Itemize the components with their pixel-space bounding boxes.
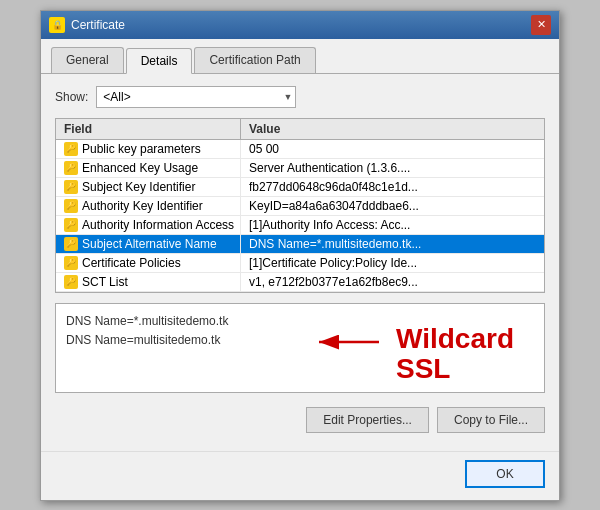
row-icon: 🔑	[64, 161, 78, 175]
copy-to-file-button[interactable]: Copy to File...	[437, 407, 545, 433]
action-buttons: Edit Properties... Copy to File...	[55, 403, 545, 433]
value-cell: fb277dd0648c96da0f48c1e1d...	[241, 178, 544, 196]
value-cell: Server Authentication (1.3.6....	[241, 159, 544, 177]
field-cell: 🔑 Authority Information Access	[56, 216, 241, 234]
field-cell: 🔑 SCT List	[56, 273, 241, 291]
fields-table: Field Value 🔑 Public key parameters 05 0…	[55, 118, 545, 293]
value-cell: v1, e712f2b0377e1a62fb8ec9...	[241, 273, 544, 291]
row-icon: 🔑	[64, 275, 78, 289]
table-row[interactable]: 🔑 Enhanced Key Usage Server Authenticati…	[56, 159, 544, 178]
field-cell: 🔑 Public key parameters	[56, 140, 241, 158]
value-cell: [1]Certificate Policy:Policy Ide...	[241, 254, 544, 272]
table-header: Field Value	[56, 119, 544, 140]
table-row[interactable]: 🔑 Authority Key Identifier KeyID=a84a6a6…	[56, 197, 544, 216]
row-icon: 🔑	[64, 142, 78, 156]
show-select-wrapper[interactable]: <All> Version 1 Fields Only Extensions O…	[96, 86, 296, 108]
tab-general[interactable]: General	[51, 47, 124, 73]
field-cell: 🔑 Authority Key Identifier	[56, 197, 241, 215]
window-title: Certificate	[71, 18, 125, 32]
table-row[interactable]: 🔑 Subject Key Identifier fb277dd0648c96d…	[56, 178, 544, 197]
table-body: 🔑 Public key parameters 05 00 🔑 Enhanced…	[56, 140, 544, 292]
row-icon: 🔑	[64, 199, 78, 213]
field-cell: 🔑 Subject Key Identifier	[56, 178, 241, 196]
row-icon: 🔑	[64, 218, 78, 232]
value-cell: DNS Name=*.multisitedemo.tk...	[241, 235, 544, 253]
title-bar-left: 🔒 Certificate	[49, 17, 125, 33]
title-bar: 🔒 Certificate ✕	[41, 11, 559, 39]
tab-bar: General Details Certification Path	[41, 39, 559, 74]
table-row[interactable]: 🔑 SCT List v1, e712f2b0377e1a62fb8ec9...	[56, 273, 544, 292]
row-icon: 🔑	[64, 237, 78, 251]
show-label: Show:	[55, 90, 88, 104]
main-content: Show: <All> Version 1 Fields Only Extens…	[41, 74, 559, 445]
tab-certification-path[interactable]: Certification Path	[194, 47, 315, 73]
table-row[interactable]: 🔑 Certificate Policies [1]Certificate Po…	[56, 254, 544, 273]
value-cell: KeyID=a84a6a63047dddbae6...	[241, 197, 544, 215]
table-row[interactable]: 🔑 Public key parameters 05 00	[56, 140, 544, 159]
value-cell: [1]Authority Info Access: Acc...	[241, 216, 544, 234]
column-field: Field	[56, 119, 241, 139]
value-cell: 05 00	[241, 140, 544, 158]
edit-properties-button[interactable]: Edit Properties...	[306, 407, 429, 433]
field-cell: 🔑 Enhanced Key Usage	[56, 159, 241, 177]
show-select[interactable]: <All> Version 1 Fields Only Extensions O…	[96, 86, 296, 108]
table-row-selected[interactable]: 🔑 Subject Alternative Name DNS Name=*.mu…	[56, 235, 544, 254]
preview-box: DNS Name=*.multisitedemo.tk DNS Name=mul…	[55, 303, 545, 393]
window-icon: 🔒	[49, 17, 65, 33]
ok-button[interactable]: OK	[465, 460, 545, 488]
show-row: Show: <All> Version 1 Fields Only Extens…	[55, 86, 545, 108]
table-row[interactable]: 🔑 Authority Information Access [1]Author…	[56, 216, 544, 235]
wildcard-label: Wildcard SSL	[396, 324, 514, 386]
field-cell: 🔑 Subject Alternative Name	[56, 235, 241, 253]
column-value: Value	[241, 119, 544, 139]
certificate-dialog: 🔒 Certificate ✕ General Details Certific…	[40, 10, 560, 501]
row-icon: 🔑	[64, 256, 78, 270]
arrow-icon	[309, 322, 389, 362]
close-button[interactable]: ✕	[531, 15, 551, 35]
field-cell: 🔑 Certificate Policies	[56, 254, 241, 272]
row-icon: 🔑	[64, 180, 78, 194]
bottom-row: OK	[41, 451, 559, 500]
tab-details[interactable]: Details	[126, 48, 193, 74]
